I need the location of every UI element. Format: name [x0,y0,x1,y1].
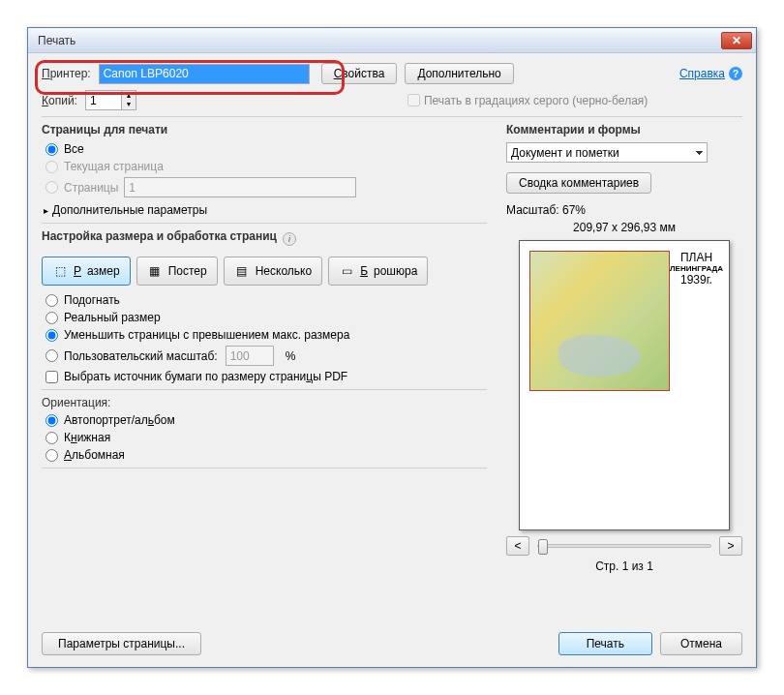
window-title: Печать [38,34,721,47]
comments-summary-button[interactable]: Сводка комментариев [506,172,651,194]
advanced-button[interactable]: Дополнительно [405,63,513,84]
printer-row: Принтер: Canon LBP6020 Свойства Дополнит… [42,63,742,84]
preview-dimensions: 209,97 x 296,93 мм [506,221,742,234]
info-icon[interactable]: i [283,232,296,246]
close-icon: ✕ [732,34,741,47]
paper-source-checkbox [45,371,58,383]
prev-page-button[interactable]: < [506,536,529,556]
orientation-portrait-radio[interactable]: Книжная [45,431,487,444]
multiple-icon: ▤ [234,263,250,279]
pages-current-radio: Текущая страница [45,160,487,173]
poster-icon: ▦ [147,263,163,279]
print-dialog: Печать ✕ Принтер: Canon LBP6020 Свойства… [27,27,757,668]
preview-scale-label: Масштаб: 67% [506,203,742,217]
pages-all-radio[interactable]: Все [45,142,487,156]
shrink-radio[interactable]: Уменьшить страницы с превышением макс. р… [45,328,487,342]
copies-spinner[interactable]: ▲▼ [121,90,136,110]
slider-thumb[interactable] [538,539,548,555]
help-link[interactable]: Справка [679,67,725,80]
spinner-up-icon[interactable]: ▲ [122,91,136,100]
preview-map-title: ПЛАН ЛЕНИНГРАДА 1939г. [670,251,723,287]
copies-label: Копий: [42,94,77,107]
dialog-content: Принтер: Canon LBP6020 Свойства Дополнит… [28,53,756,667]
bottom-bar: Параметры страницы... Печать Отмена [42,632,742,655]
print-preview: ПЛАН ЛЕНИНГРАДА 1939г. [519,240,730,530]
help-icon[interactable]: ? [729,67,742,80]
main-columns: Страницы для печати Все Текущая страница… [42,123,742,573]
comments-section-title: Комментарии и формы [506,123,742,136]
pages-range-radio: Страницы [45,177,487,197]
custom-scale-radio[interactable]: Пользовательский масштаб: % [45,346,487,366]
print-button[interactable]: Печать [558,632,652,655]
left-column: Страницы для печати Все Текущая страница… [42,123,487,573]
orientation-auto-radio[interactable]: Автопортрет/альбом [45,413,487,427]
custom-scale-input [226,346,274,366]
poster-mode-button[interactable]: ▦ Постер [136,257,218,286]
pages-section-title: Страницы для печати [42,123,487,136]
properties-button[interactable]: Свойства [321,63,398,84]
printer-label: Принтер: [42,67,91,80]
spinner-down-icon[interactable]: ▼ [122,100,136,108]
fit-radio[interactable]: Подогнать [45,293,487,307]
multiple-mode-button[interactable]: ▤ Несколько [224,257,322,286]
page-setup-button[interactable]: Параметры страницы... [42,632,201,655]
page-navigation: < > [506,536,742,556]
more-parameters-toggle[interactable]: Дополнительные параметры [44,203,487,217]
printer-select[interactable]: Canon LBP6020 [99,64,310,84]
cancel-button[interactable]: Отмена [660,632,742,655]
page-slider[interactable] [537,544,711,548]
sizing-section-title: Настройка размера и обработка страниц [42,229,277,243]
page-info-label: Стр. 1 из 1 [506,559,742,573]
grayscale-label: Печать в градациях серого (черно-белая) [424,94,648,107]
copies-row: Копий: ▲▼ Печать в градациях серого (чер… [42,90,742,110]
right-column: Комментарии и формы Документ и пометки С… [506,123,742,573]
close-button[interactable]: ✕ [721,32,752,49]
titlebar: Печать ✕ [28,28,756,53]
comments-select[interactable]: Документ и пометки [506,142,708,163]
next-page-button[interactable]: > [719,536,742,556]
preview-map-image [529,251,670,391]
booklet-icon: ▭ [339,263,354,279]
size-icon: ⬚ [52,263,68,279]
pages-range-input [124,177,356,197]
orientation-label: Ориентация: [42,396,479,409]
booklet-mode-button[interactable]: ▭ Брошюра [328,257,428,286]
grayscale-checkbox [407,94,420,106]
paper-source-checkbox-row[interactable]: Выбрать источник бумаги по размеру стран… [45,370,487,383]
size-mode-button[interactable]: ⬚ Размер [42,257,131,286]
copies-input[interactable] [85,90,122,110]
orientation-landscape-radio[interactable]: Альбомная [45,448,487,462]
sizing-mode-buttons: ⬚ Размер ▦ Постер ▤ Несколько ▭ Брошюра [42,257,487,286]
actual-size-radio[interactable]: Реальный размер [45,311,487,324]
